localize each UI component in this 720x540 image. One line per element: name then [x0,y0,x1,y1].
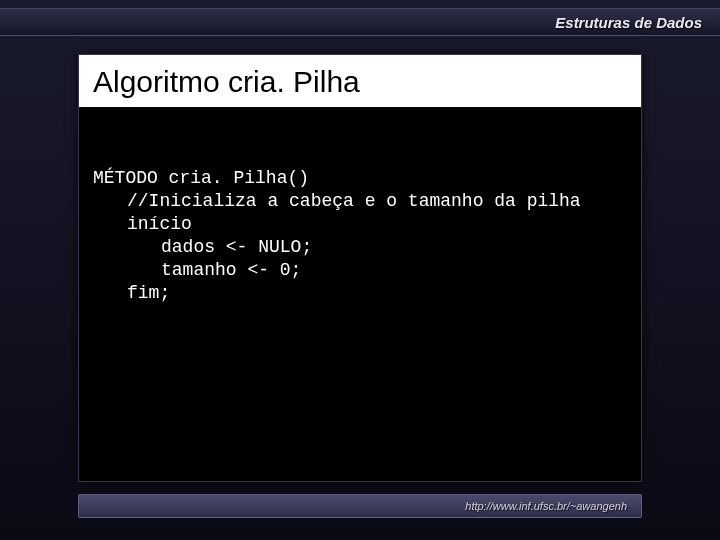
code-line-2: //Inicializa a cabeça e o tamanho da pil… [93,190,627,213]
code-line-1: MÉTODO cria. Pilha() [93,167,627,190]
header-bar: Estruturas de Dados [0,8,720,36]
slide-content: Algoritmo cria. Pilha MÉTODO cria. Pilha… [78,54,642,482]
slide-title: Algoritmo cria. Pilha [79,55,641,107]
code-block: MÉTODO cria. Pilha()//Inicializa a cabeç… [79,107,641,351]
code-line-4: dados <- NULO; [93,236,627,259]
code-line-6: fim; [93,282,627,305]
code-line-3: início [93,213,627,236]
code-line-5: tamanho <- 0; [93,259,627,282]
footer-url: http://www.inf.ufsc.br/~awangenh [465,500,627,512]
footer-bar: http://www.inf.ufsc.br/~awangenh [78,494,642,518]
header-title: Estruturas de Dados [555,14,702,31]
